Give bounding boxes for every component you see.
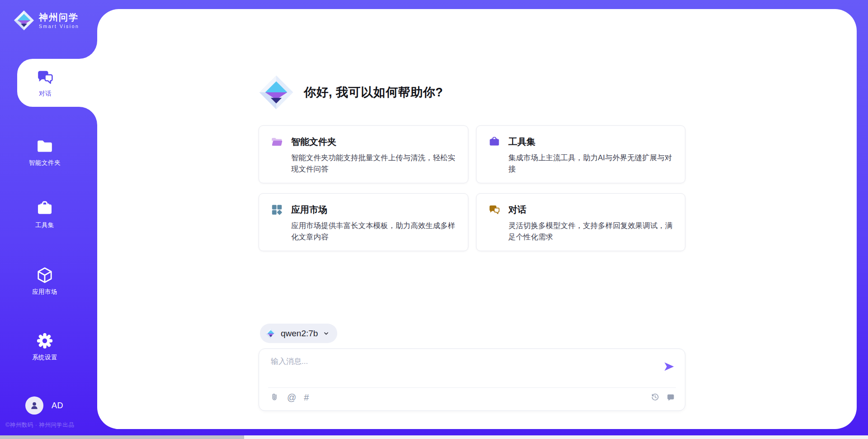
- gear-icon: [36, 332, 54, 350]
- sidebar-item-toolset[interactable]: 工具集: [15, 200, 74, 229]
- card-smart-folder[interactable]: 智能文件夹 智能文件夹功能支持批量文件上传与清洗，轻松实现文件问答: [259, 125, 468, 183]
- user-profile[interactable]: AD: [25, 396, 63, 415]
- card-description: 智能文件夹功能支持批量文件上传与清洗，轻松实现文件问答: [291, 152, 460, 175]
- person-icon: [29, 401, 39, 410]
- attach-file-icon[interactable]: [270, 392, 279, 402]
- folder-open-icon: [271, 136, 283, 148]
- briefcase-icon: [488, 136, 500, 148]
- chevron-down-icon: [322, 329, 330, 337]
- card-title: 工具集: [509, 136, 536, 148]
- sidebar-item-label: 智能文件夹: [29, 159, 61, 167]
- cube-icon: [36, 266, 54, 284]
- card-title: 应用市场: [291, 204, 327, 216]
- sidebar-item-label: 应用市场: [32, 288, 57, 296]
- tab-curve-bottom: [79, 107, 97, 125]
- message-composer: @ #: [259, 348, 685, 411]
- mention-icon[interactable]: @: [287, 393, 296, 402]
- scrollbar-thumb[interactable]: [0, 435, 244, 439]
- app-window: 神州问学 Smart Vision 你好, 我可以如何帮助你?: [0, 0, 868, 439]
- brand-subtitle: Smart Vision: [39, 24, 79, 29]
- briefcase-icon: [36, 200, 54, 218]
- brand-logo: 神州问学 Smart Vision: [14, 10, 79, 31]
- feedback-bubble-icon[interactable]: [666, 393, 675, 401]
- send-button[interactable]: [662, 360, 676, 373]
- brand-name: 神州问学: [39, 12, 79, 23]
- sidebar-item-label: 工具集: [35, 221, 54, 229]
- model-name: qwen2:7b: [281, 329, 318, 339]
- horizontal-scrollbar: [0, 435, 868, 439]
- avatar: [25, 396, 43, 415]
- sidebar-item-label: 系统设置: [32, 353, 57, 362]
- main-content: 你好, 我可以如何帮助你? 智能文件夹 智能文件夹功能支持批量文件上传与清洗，轻…: [97, 9, 857, 429]
- sidebar-item-label: 对话: [39, 90, 52, 98]
- history-icon[interactable]: [651, 392, 660, 401]
- feature-cards: 智能文件夹 智能文件夹功能支持批量文件上传与清洗，轻松实现文件问答 工具集: [259, 125, 685, 251]
- card-chat[interactable]: 对话 灵活切换多模型文件，支持多样回复效果调试，满足个性化需求: [476, 193, 686, 251]
- model-selector[interactable]: qwen2:7b: [260, 324, 337, 343]
- card-title: 智能文件夹: [291, 136, 336, 148]
- folder-icon: [36, 137, 54, 155]
- diamond-logo-icon: [14, 10, 34, 31]
- greeting-block: 你好, 我可以如何帮助你?: [259, 75, 443, 110]
- diamond-logo-icon: [265, 328, 276, 339]
- diamond-logo-icon: [259, 75, 294, 110]
- copyright-text: ©神州数码 · 神州问学出品: [5, 421, 74, 429]
- sidebar-item-chat[interactable]: 对话: [17, 59, 73, 107]
- card-description: 应用市场提供丰富长文本模板，助力高效生成多样化文章内容: [291, 220, 460, 243]
- apps-grid-icon: [271, 204, 283, 216]
- chat-bubbles-icon: [488, 204, 500, 216]
- composer-divider: [268, 387, 676, 388]
- greeting-title: 你好, 我可以如何帮助你?: [304, 84, 443, 100]
- chat-bubbles-icon: [36, 68, 54, 86]
- sidebar-item-chat-active: 对话: [17, 59, 99, 107]
- card-app-market[interactable]: 应用市场 应用市场提供丰富长文本模板，助力高效生成多样化文章内容: [259, 193, 468, 251]
- card-description: 灵活切换多模型文件，支持多样回复效果调试，满足个性化需求: [509, 220, 677, 243]
- sidebar-item-smart-folder[interactable]: 智能文件夹: [15, 137, 74, 167]
- card-title: 对话: [509, 204, 527, 216]
- card-description: 集成市场上主流工具，助力AI与外界无缝扩展与对接: [509, 152, 677, 175]
- card-toolset[interactable]: 工具集 集成市场上主流工具，助力AI与外界无缝扩展与对接: [476, 125, 686, 183]
- user-name: AD: [52, 401, 63, 410]
- topic-hash-icon[interactable]: #: [304, 393, 309, 402]
- message-input[interactable]: [270, 355, 659, 383]
- sidebar-item-app-market[interactable]: 应用市场: [15, 266, 74, 296]
- tab-curve-top: [79, 41, 97, 59]
- sidebar-item-settings[interactable]: 系统设置: [15, 332, 74, 362]
